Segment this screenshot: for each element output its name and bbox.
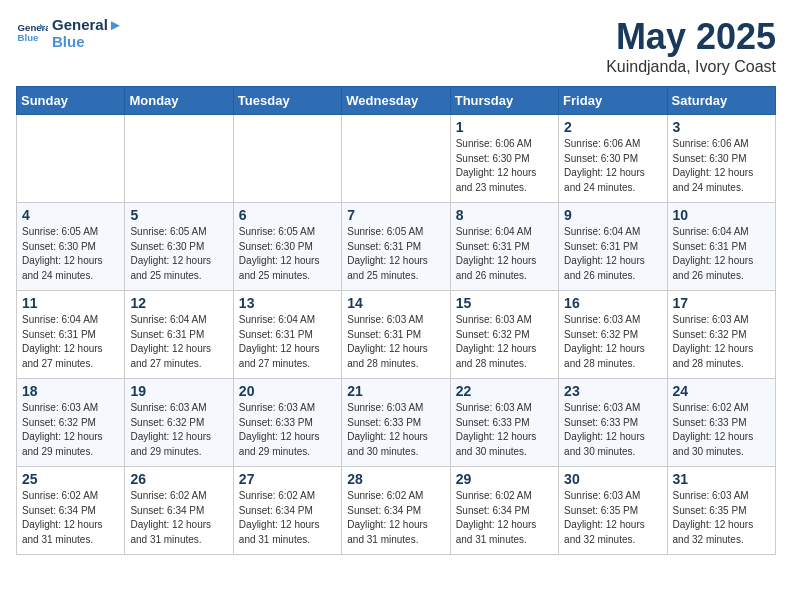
day-info: Sunrise: 6:03 AM Sunset: 6:33 PM Dayligh… bbox=[347, 401, 444, 459]
weekday-header-cell: Friday bbox=[559, 87, 667, 115]
calendar-cell: 30Sunrise: 6:03 AM Sunset: 6:35 PM Dayli… bbox=[559, 467, 667, 555]
day-info: Sunrise: 6:03 AM Sunset: 6:35 PM Dayligh… bbox=[673, 489, 770, 547]
calendar-cell: 1Sunrise: 6:06 AM Sunset: 6:30 PM Daylig… bbox=[450, 115, 558, 203]
calendar-cell: 7Sunrise: 6:05 AM Sunset: 6:31 PM Daylig… bbox=[342, 203, 450, 291]
day-info: Sunrise: 6:04 AM Sunset: 6:31 PM Dayligh… bbox=[456, 225, 553, 283]
calendar-cell: 22Sunrise: 6:03 AM Sunset: 6:33 PM Dayli… bbox=[450, 379, 558, 467]
calendar-cell: 27Sunrise: 6:02 AM Sunset: 6:34 PM Dayli… bbox=[233, 467, 341, 555]
day-number: 7 bbox=[347, 207, 444, 223]
calendar-cell bbox=[233, 115, 341, 203]
calendar-cell: 6Sunrise: 6:05 AM Sunset: 6:30 PM Daylig… bbox=[233, 203, 341, 291]
day-number: 10 bbox=[673, 207, 770, 223]
weekday-header-cell: Monday bbox=[125, 87, 233, 115]
day-number: 11 bbox=[22, 295, 119, 311]
day-info: Sunrise: 6:06 AM Sunset: 6:30 PM Dayligh… bbox=[456, 137, 553, 195]
calendar-cell bbox=[17, 115, 125, 203]
day-info: Sunrise: 6:02 AM Sunset: 6:34 PM Dayligh… bbox=[347, 489, 444, 547]
day-info: Sunrise: 6:02 AM Sunset: 6:34 PM Dayligh… bbox=[239, 489, 336, 547]
calendar-week-row: 18Sunrise: 6:03 AM Sunset: 6:32 PM Dayli… bbox=[17, 379, 776, 467]
calendar-cell: 19Sunrise: 6:03 AM Sunset: 6:32 PM Dayli… bbox=[125, 379, 233, 467]
day-info: Sunrise: 6:05 AM Sunset: 6:30 PM Dayligh… bbox=[239, 225, 336, 283]
calendar-cell: 15Sunrise: 6:03 AM Sunset: 6:32 PM Dayli… bbox=[450, 291, 558, 379]
calendar-cell: 9Sunrise: 6:04 AM Sunset: 6:31 PM Daylig… bbox=[559, 203, 667, 291]
calendar-cell: 26Sunrise: 6:02 AM Sunset: 6:34 PM Dayli… bbox=[125, 467, 233, 555]
calendar-cell: 13Sunrise: 6:04 AM Sunset: 6:31 PM Dayli… bbox=[233, 291, 341, 379]
calendar-week-row: 25Sunrise: 6:02 AM Sunset: 6:34 PM Dayli… bbox=[17, 467, 776, 555]
calendar-cell: 12Sunrise: 6:04 AM Sunset: 6:31 PM Dayli… bbox=[125, 291, 233, 379]
day-info: Sunrise: 6:06 AM Sunset: 6:30 PM Dayligh… bbox=[673, 137, 770, 195]
calendar-week-row: 4Sunrise: 6:05 AM Sunset: 6:30 PM Daylig… bbox=[17, 203, 776, 291]
day-number: 20 bbox=[239, 383, 336, 399]
day-info: Sunrise: 6:04 AM Sunset: 6:31 PM Dayligh… bbox=[130, 313, 227, 371]
calendar-cell: 21Sunrise: 6:03 AM Sunset: 6:33 PM Dayli… bbox=[342, 379, 450, 467]
location-title: Kuindjanda, Ivory Coast bbox=[606, 58, 776, 76]
calendar-cell: 3Sunrise: 6:06 AM Sunset: 6:30 PM Daylig… bbox=[667, 115, 775, 203]
calendar-cell: 28Sunrise: 6:02 AM Sunset: 6:34 PM Dayli… bbox=[342, 467, 450, 555]
calendar-cell: 18Sunrise: 6:03 AM Sunset: 6:32 PM Dayli… bbox=[17, 379, 125, 467]
weekday-header-cell: Wednesday bbox=[342, 87, 450, 115]
calendar-cell: 17Sunrise: 6:03 AM Sunset: 6:32 PM Dayli… bbox=[667, 291, 775, 379]
calendar-body: 1Sunrise: 6:06 AM Sunset: 6:30 PM Daylig… bbox=[17, 115, 776, 555]
calendar-cell bbox=[125, 115, 233, 203]
day-number: 8 bbox=[456, 207, 553, 223]
day-number: 30 bbox=[564, 471, 661, 487]
day-number: 23 bbox=[564, 383, 661, 399]
day-info: Sunrise: 6:05 AM Sunset: 6:31 PM Dayligh… bbox=[347, 225, 444, 283]
day-number: 12 bbox=[130, 295, 227, 311]
calendar-cell: 4Sunrise: 6:05 AM Sunset: 6:30 PM Daylig… bbox=[17, 203, 125, 291]
day-number: 14 bbox=[347, 295, 444, 311]
day-number: 5 bbox=[130, 207, 227, 223]
weekday-header-cell: Saturday bbox=[667, 87, 775, 115]
calendar-cell: 14Sunrise: 6:03 AM Sunset: 6:31 PM Dayli… bbox=[342, 291, 450, 379]
day-info: Sunrise: 6:05 AM Sunset: 6:30 PM Dayligh… bbox=[130, 225, 227, 283]
day-number: 2 bbox=[564, 119, 661, 135]
calendar-cell: 10Sunrise: 6:04 AM Sunset: 6:31 PM Dayli… bbox=[667, 203, 775, 291]
month-title: May 2025 bbox=[606, 16, 776, 58]
calendar-cell: 8Sunrise: 6:04 AM Sunset: 6:31 PM Daylig… bbox=[450, 203, 558, 291]
day-number: 22 bbox=[456, 383, 553, 399]
day-number: 21 bbox=[347, 383, 444, 399]
day-info: Sunrise: 6:03 AM Sunset: 6:33 PM Dayligh… bbox=[564, 401, 661, 459]
logo: General Blue General► Blue bbox=[16, 16, 123, 50]
logo-icon: General Blue bbox=[16, 17, 48, 49]
day-number: 24 bbox=[673, 383, 770, 399]
day-info: Sunrise: 6:03 AM Sunset: 6:32 PM Dayligh… bbox=[673, 313, 770, 371]
day-number: 13 bbox=[239, 295, 336, 311]
day-info: Sunrise: 6:02 AM Sunset: 6:33 PM Dayligh… bbox=[673, 401, 770, 459]
calendar-cell bbox=[342, 115, 450, 203]
weekday-header-row: SundayMondayTuesdayWednesdayThursdayFrid… bbox=[17, 87, 776, 115]
day-info: Sunrise: 6:03 AM Sunset: 6:32 PM Dayligh… bbox=[22, 401, 119, 459]
day-number: 29 bbox=[456, 471, 553, 487]
svg-text:Blue: Blue bbox=[18, 32, 39, 43]
day-number: 1 bbox=[456, 119, 553, 135]
day-info: Sunrise: 6:03 AM Sunset: 6:35 PM Dayligh… bbox=[564, 489, 661, 547]
day-info: Sunrise: 6:05 AM Sunset: 6:30 PM Dayligh… bbox=[22, 225, 119, 283]
day-number: 27 bbox=[239, 471, 336, 487]
day-number: 4 bbox=[22, 207, 119, 223]
calendar-cell: 25Sunrise: 6:02 AM Sunset: 6:34 PM Dayli… bbox=[17, 467, 125, 555]
title-area: May 2025 Kuindjanda, Ivory Coast bbox=[606, 16, 776, 76]
day-info: Sunrise: 6:03 AM Sunset: 6:33 PM Dayligh… bbox=[456, 401, 553, 459]
day-number: 6 bbox=[239, 207, 336, 223]
day-number: 9 bbox=[564, 207, 661, 223]
header: General Blue General► Blue May 2025 Kuin… bbox=[16, 16, 776, 76]
day-number: 3 bbox=[673, 119, 770, 135]
calendar-cell: 2Sunrise: 6:06 AM Sunset: 6:30 PM Daylig… bbox=[559, 115, 667, 203]
day-number: 15 bbox=[456, 295, 553, 311]
calendar-week-row: 1Sunrise: 6:06 AM Sunset: 6:30 PM Daylig… bbox=[17, 115, 776, 203]
day-info: Sunrise: 6:03 AM Sunset: 6:32 PM Dayligh… bbox=[564, 313, 661, 371]
day-info: Sunrise: 6:02 AM Sunset: 6:34 PM Dayligh… bbox=[130, 489, 227, 547]
day-info: Sunrise: 6:02 AM Sunset: 6:34 PM Dayligh… bbox=[456, 489, 553, 547]
day-number: 25 bbox=[22, 471, 119, 487]
calendar-cell: 16Sunrise: 6:03 AM Sunset: 6:32 PM Dayli… bbox=[559, 291, 667, 379]
day-info: Sunrise: 6:03 AM Sunset: 6:33 PM Dayligh… bbox=[239, 401, 336, 459]
day-number: 17 bbox=[673, 295, 770, 311]
day-number: 26 bbox=[130, 471, 227, 487]
day-number: 31 bbox=[673, 471, 770, 487]
calendar-cell: 5Sunrise: 6:05 AM Sunset: 6:30 PM Daylig… bbox=[125, 203, 233, 291]
day-number: 18 bbox=[22, 383, 119, 399]
day-number: 16 bbox=[564, 295, 661, 311]
calendar-cell: 11Sunrise: 6:04 AM Sunset: 6:31 PM Dayli… bbox=[17, 291, 125, 379]
day-info: Sunrise: 6:04 AM Sunset: 6:31 PM Dayligh… bbox=[22, 313, 119, 371]
day-info: Sunrise: 6:06 AM Sunset: 6:30 PM Dayligh… bbox=[564, 137, 661, 195]
